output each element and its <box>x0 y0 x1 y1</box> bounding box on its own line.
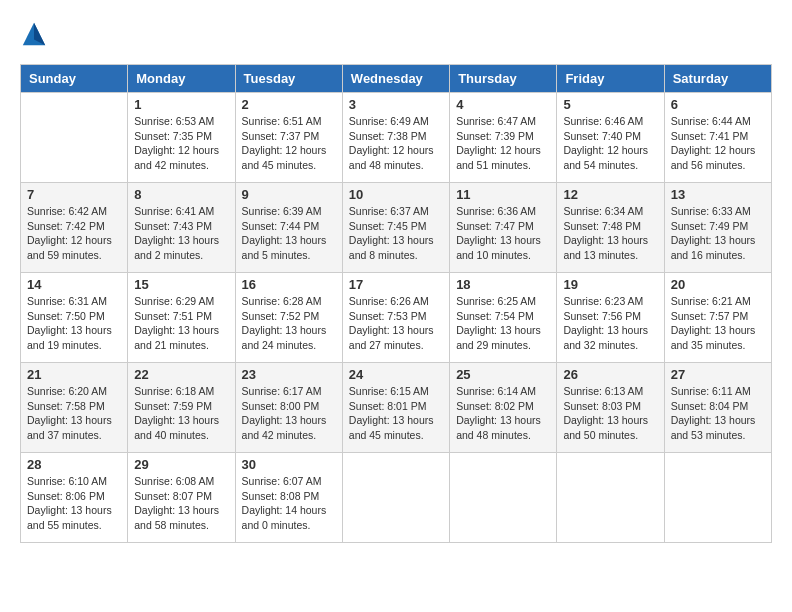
calendar-cell <box>664 453 771 543</box>
calendar-cell: 20Sunrise: 6:21 AM Sunset: 7:57 PM Dayli… <box>664 273 771 363</box>
day-number: 14 <box>27 277 121 292</box>
day-number: 11 <box>456 187 550 202</box>
day-number: 10 <box>349 187 443 202</box>
day-number: 25 <box>456 367 550 382</box>
calendar-week-row: 14Sunrise: 6:31 AM Sunset: 7:50 PM Dayli… <box>21 273 772 363</box>
day-number: 2 <box>242 97 336 112</box>
day-info: Sunrise: 6:20 AM Sunset: 7:58 PM Dayligh… <box>27 384 121 443</box>
calendar-cell: 19Sunrise: 6:23 AM Sunset: 7:56 PM Dayli… <box>557 273 664 363</box>
calendar-header-thursday: Thursday <box>450 65 557 93</box>
calendar-week-row: 21Sunrise: 6:20 AM Sunset: 7:58 PM Dayli… <box>21 363 772 453</box>
day-info: Sunrise: 6:31 AM Sunset: 7:50 PM Dayligh… <box>27 294 121 353</box>
day-info: Sunrise: 6:23 AM Sunset: 7:56 PM Dayligh… <box>563 294 657 353</box>
calendar-cell <box>21 93 128 183</box>
day-number: 22 <box>134 367 228 382</box>
calendar-header-wednesday: Wednesday <box>342 65 449 93</box>
day-info: Sunrise: 6:53 AM Sunset: 7:35 PM Dayligh… <box>134 114 228 173</box>
calendar-cell: 13Sunrise: 6:33 AM Sunset: 7:49 PM Dayli… <box>664 183 771 273</box>
day-number: 5 <box>563 97 657 112</box>
day-number: 6 <box>671 97 765 112</box>
logo <box>20 20 52 48</box>
day-info: Sunrise: 6:15 AM Sunset: 8:01 PM Dayligh… <box>349 384 443 443</box>
day-info: Sunrise: 6:44 AM Sunset: 7:41 PM Dayligh… <box>671 114 765 173</box>
day-number: 7 <box>27 187 121 202</box>
day-number: 19 <box>563 277 657 292</box>
calendar-cell: 26Sunrise: 6:13 AM Sunset: 8:03 PM Dayli… <box>557 363 664 453</box>
calendar-cell: 14Sunrise: 6:31 AM Sunset: 7:50 PM Dayli… <box>21 273 128 363</box>
calendar-cell: 6Sunrise: 6:44 AM Sunset: 7:41 PM Daylig… <box>664 93 771 183</box>
calendar-cell: 25Sunrise: 6:14 AM Sunset: 8:02 PM Dayli… <box>450 363 557 453</box>
day-info: Sunrise: 6:28 AM Sunset: 7:52 PM Dayligh… <box>242 294 336 353</box>
day-info: Sunrise: 6:42 AM Sunset: 7:42 PM Dayligh… <box>27 204 121 263</box>
calendar-cell: 28Sunrise: 6:10 AM Sunset: 8:06 PM Dayli… <box>21 453 128 543</box>
calendar-cell: 12Sunrise: 6:34 AM Sunset: 7:48 PM Dayli… <box>557 183 664 273</box>
logo-icon <box>20 20 48 48</box>
day-number: 20 <box>671 277 765 292</box>
day-info: Sunrise: 6:08 AM Sunset: 8:07 PM Dayligh… <box>134 474 228 533</box>
day-info: Sunrise: 6:29 AM Sunset: 7:51 PM Dayligh… <box>134 294 228 353</box>
day-info: Sunrise: 6:39 AM Sunset: 7:44 PM Dayligh… <box>242 204 336 263</box>
day-info: Sunrise: 6:25 AM Sunset: 7:54 PM Dayligh… <box>456 294 550 353</box>
day-info: Sunrise: 6:17 AM Sunset: 8:00 PM Dayligh… <box>242 384 336 443</box>
day-info: Sunrise: 6:46 AM Sunset: 7:40 PM Dayligh… <box>563 114 657 173</box>
day-number: 27 <box>671 367 765 382</box>
day-number: 17 <box>349 277 443 292</box>
day-info: Sunrise: 6:11 AM Sunset: 8:04 PM Dayligh… <box>671 384 765 443</box>
calendar-cell <box>557 453 664 543</box>
calendar-week-row: 28Sunrise: 6:10 AM Sunset: 8:06 PM Dayli… <box>21 453 772 543</box>
calendar-cell: 23Sunrise: 6:17 AM Sunset: 8:00 PM Dayli… <box>235 363 342 453</box>
day-number: 8 <box>134 187 228 202</box>
day-info: Sunrise: 6:26 AM Sunset: 7:53 PM Dayligh… <box>349 294 443 353</box>
calendar-cell: 22Sunrise: 6:18 AM Sunset: 7:59 PM Dayli… <box>128 363 235 453</box>
day-info: Sunrise: 6:41 AM Sunset: 7:43 PM Dayligh… <box>134 204 228 263</box>
day-number: 15 <box>134 277 228 292</box>
day-number: 3 <box>349 97 443 112</box>
day-info: Sunrise: 6:36 AM Sunset: 7:47 PM Dayligh… <box>456 204 550 263</box>
calendar-cell: 5Sunrise: 6:46 AM Sunset: 7:40 PM Daylig… <box>557 93 664 183</box>
calendar-cell: 30Sunrise: 6:07 AM Sunset: 8:08 PM Dayli… <box>235 453 342 543</box>
day-info: Sunrise: 6:49 AM Sunset: 7:38 PM Dayligh… <box>349 114 443 173</box>
day-info: Sunrise: 6:21 AM Sunset: 7:57 PM Dayligh… <box>671 294 765 353</box>
day-number: 23 <box>242 367 336 382</box>
calendar-header-friday: Friday <box>557 65 664 93</box>
calendar-table: SundayMondayTuesdayWednesdayThursdayFrid… <box>20 64 772 543</box>
day-number: 18 <box>456 277 550 292</box>
calendar-cell <box>450 453 557 543</box>
day-info: Sunrise: 6:47 AM Sunset: 7:39 PM Dayligh… <box>456 114 550 173</box>
day-number: 16 <box>242 277 336 292</box>
day-number: 30 <box>242 457 336 472</box>
day-number: 21 <box>27 367 121 382</box>
calendar-cell: 7Sunrise: 6:42 AM Sunset: 7:42 PM Daylig… <box>21 183 128 273</box>
calendar-cell: 27Sunrise: 6:11 AM Sunset: 8:04 PM Dayli… <box>664 363 771 453</box>
calendar-cell: 8Sunrise: 6:41 AM Sunset: 7:43 PM Daylig… <box>128 183 235 273</box>
calendar-cell: 2Sunrise: 6:51 AM Sunset: 7:37 PM Daylig… <box>235 93 342 183</box>
calendar-week-row: 1Sunrise: 6:53 AM Sunset: 7:35 PM Daylig… <box>21 93 772 183</box>
day-info: Sunrise: 6:14 AM Sunset: 8:02 PM Dayligh… <box>456 384 550 443</box>
calendar-cell: 10Sunrise: 6:37 AM Sunset: 7:45 PM Dayli… <box>342 183 449 273</box>
calendar-week-row: 7Sunrise: 6:42 AM Sunset: 7:42 PM Daylig… <box>21 183 772 273</box>
calendar-cell: 15Sunrise: 6:29 AM Sunset: 7:51 PM Dayli… <box>128 273 235 363</box>
calendar-header-monday: Monday <box>128 65 235 93</box>
day-info: Sunrise: 6:13 AM Sunset: 8:03 PM Dayligh… <box>563 384 657 443</box>
calendar-cell <box>342 453 449 543</box>
calendar-cell: 17Sunrise: 6:26 AM Sunset: 7:53 PM Dayli… <box>342 273 449 363</box>
day-number: 29 <box>134 457 228 472</box>
day-info: Sunrise: 6:07 AM Sunset: 8:08 PM Dayligh… <box>242 474 336 533</box>
calendar-header-sunday: Sunday <box>21 65 128 93</box>
calendar-cell: 29Sunrise: 6:08 AM Sunset: 8:07 PM Dayli… <box>128 453 235 543</box>
day-info: Sunrise: 6:51 AM Sunset: 7:37 PM Dayligh… <box>242 114 336 173</box>
calendar-cell: 18Sunrise: 6:25 AM Sunset: 7:54 PM Dayli… <box>450 273 557 363</box>
calendar-cell: 21Sunrise: 6:20 AM Sunset: 7:58 PM Dayli… <box>21 363 128 453</box>
calendar-header-saturday: Saturday <box>664 65 771 93</box>
page-header <box>20 20 772 48</box>
day-info: Sunrise: 6:10 AM Sunset: 8:06 PM Dayligh… <box>27 474 121 533</box>
day-number: 4 <box>456 97 550 112</box>
calendar-cell: 3Sunrise: 6:49 AM Sunset: 7:38 PM Daylig… <box>342 93 449 183</box>
day-number: 12 <box>563 187 657 202</box>
calendar-cell: 16Sunrise: 6:28 AM Sunset: 7:52 PM Dayli… <box>235 273 342 363</box>
calendar-cell: 1Sunrise: 6:53 AM Sunset: 7:35 PM Daylig… <box>128 93 235 183</box>
day-info: Sunrise: 6:18 AM Sunset: 7:59 PM Dayligh… <box>134 384 228 443</box>
day-number: 24 <box>349 367 443 382</box>
day-number: 26 <box>563 367 657 382</box>
calendar-cell: 24Sunrise: 6:15 AM Sunset: 8:01 PM Dayli… <box>342 363 449 453</box>
